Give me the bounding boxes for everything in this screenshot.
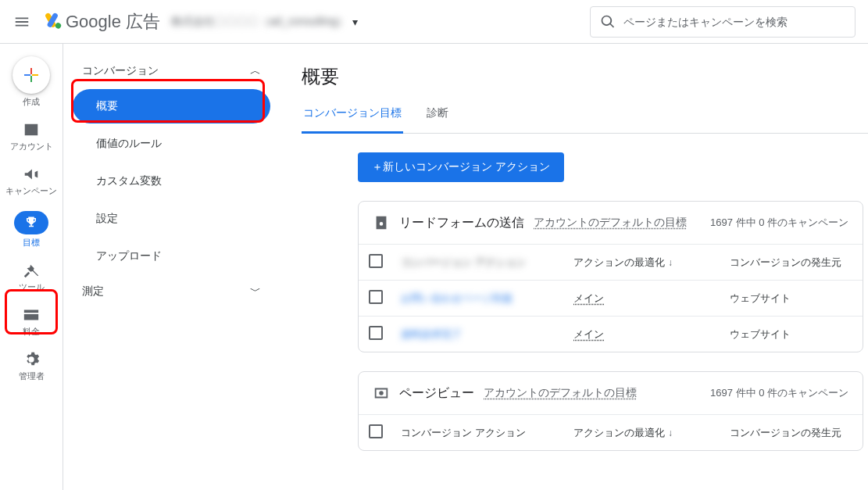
col-name[interactable]: コンバージョン アクション [393,415,566,451]
rail-tools-label: ツール [19,282,45,292]
hamburger-icon [13,13,30,30]
account-icon [23,121,40,138]
table-header-row: コンバージョン アクション アクションの最適化 コンバージョンの発生元 [359,415,863,451]
trophy-icon [24,216,38,230]
account-name: 株式会社〇〇〇〇（ad_consulting） [171,15,348,29]
col-optimization[interactable]: アクションの最適化 [566,245,722,281]
search-input[interactable] [622,15,845,29]
rail-tools[interactable]: ツール [3,260,59,294]
tab-diagnostics[interactable]: 診断 [425,106,450,133]
rail-campaigns[interactable]: キャンペーン [3,164,59,198]
row-opt[interactable]: メイン [573,328,604,340]
nav-item-custom-vars[interactable]: カスタム変数 [73,164,270,199]
goal-card-subtitle[interactable]: アカウントのデフォルトの目標 [484,386,637,400]
goal-card-lead-form: リードフォームの送信 アカウントのデフォルトの目標 1697 件中 0 件のキャ… [358,201,863,352]
svg-rect-6 [32,74,38,76]
new-conversion-action-button[interactable]: ＋新しいコンバージョン アクション [358,152,564,182]
pageview-icon [373,384,390,402]
nav-item-overview[interactable]: 概要 [73,89,270,123]
row-src: ウェブサイト [722,281,863,317]
brand-label: Google 広告 [66,10,160,34]
nav-conversion-label: コンバージョン [82,64,159,78]
chevron-up-icon: ︿ [250,64,261,78]
row-src: ウェブサイト [722,317,863,352]
account-dropdown[interactable]: ▾ [352,16,358,28]
rail-campaigns-label: キャンペーン [5,186,57,196]
svg-point-2 [55,21,63,29]
row-checkbox[interactable] [369,326,383,340]
nav-section-measure[interactable]: 測定 ﹀ [73,277,270,306]
nav-section-conversion[interactable]: コンバージョン ︿ [73,56,270,86]
tab-conversion-goals[interactable]: コンバージョン目標 [302,106,403,134]
trophy-chip [14,211,48,234]
card-icon [23,306,40,324]
nav-item-upload[interactable]: アップロード [73,239,270,274]
goal-card-stats: 1697 件中 0 件のキャンペーン [710,386,848,400]
row-checkbox[interactable] [369,290,383,304]
col-name[interactable]: コンバージョン アクション [401,256,526,268]
nav-custom-vars-label: カスタム変数 [96,174,162,188]
rail-billing-label: 料金 [23,327,40,337]
rail-billing[interactable]: 料金 [3,305,59,338]
menu-button[interactable] [3,3,41,41]
svg-rect-5 [24,74,30,76]
plus-icon [22,66,41,84]
rail-create[interactable]: 作成 [3,55,59,109]
col-source[interactable]: コンバージョンの発生元 [722,245,863,281]
nav-overview-label: 概要 [96,99,118,113]
chevron-down-icon: ﹀ [250,284,261,299]
table-row[interactable]: お問い合わせページ到達 メイン ウェブサイト [359,281,863,317]
nav-settings-label: 設定 [96,212,118,226]
rail-create-label: 作成 [23,97,40,107]
rail-account-label: アカウント [10,141,53,152]
gear-icon [23,351,40,368]
rail-admin[interactable]: 管理者 [3,349,59,383]
rail-goals[interactable]: 目標 [3,209,59,249]
search-icon [600,14,616,30]
goal-card-title: リードフォームの送信 [399,215,524,231]
goal-card-stats: 1697 件中 0 件のキャンペーン [710,216,848,230]
plus-button[interactable] [13,56,50,94]
side-nav: コンバージョン ︿ 概要 価値のルール カスタム変数 設定 アップロード 測定 … [63,44,280,490]
select-all-checkbox[interactable] [369,254,383,268]
row-name[interactable]: 資料請求完了 [401,328,462,340]
rail-account[interactable]: アカウント [3,120,59,153]
left-rail: 作成 アカウント キャンペーン 目標 ツール 料金 管理者 [0,44,63,490]
main-panel: 概要 コンバージョン目標 診断 ＋新しいコンバージョン アクション リードフォー… [280,44,868,490]
nav-value-rules-label: 価値のルール [96,137,162,151]
nav-measure-label: 測定 [82,284,104,299]
tools-icon [23,262,40,279]
svg-rect-4 [30,76,32,82]
col-optimization[interactable]: アクションの最適化 [566,415,722,451]
rail-admin-label: 管理者 [19,371,45,381]
google-ads-logo-icon [41,11,63,33]
top-bar: Google 広告 株式会社〇〇〇〇（ad_consulting） ▾ [0,0,868,44]
leadform-icon [373,214,390,231]
svg-rect-3 [30,68,32,74]
table-row[interactable]: 資料請求完了 メイン ウェブサイト [359,317,863,352]
search-box[interactable] [590,6,855,38]
table-header-row: コンバージョン アクション アクションの最適化 コンバージョンの発生元 [359,245,863,281]
goal-table: コンバージョン アクション アクションの最適化 コンバージョンの発生元 [359,414,863,450]
nav-item-value-rules[interactable]: 価値のルール [73,127,270,161]
nav-item-settings[interactable]: 設定 [73,202,270,236]
row-name[interactable]: お問い合わせページ到達 [401,292,513,304]
page-title: 概要 [302,64,868,89]
select-all-checkbox[interactable] [369,424,383,438]
col-source[interactable]: コンバージョンの発生元 [722,415,863,451]
goal-card-title: ページビュー [399,385,474,402]
tab-bar: コンバージョン目標 診断 [302,106,868,134]
row-opt[interactable]: メイン [573,292,604,304]
megaphone-icon [23,166,40,183]
rail-goals-label: 目標 [23,238,40,248]
goal-card-subtitle[interactable]: アカウントのデフォルトの目標 [534,216,687,230]
nav-upload-label: アップロード [96,249,162,263]
goal-card-pageview: ページビュー アカウントのデフォルトの目標 1697 件中 0 件のキャンペーン… [358,371,863,451]
goal-table: コンバージョン アクション アクションの最適化 コンバージョンの発生元 お問い合… [359,244,863,352]
